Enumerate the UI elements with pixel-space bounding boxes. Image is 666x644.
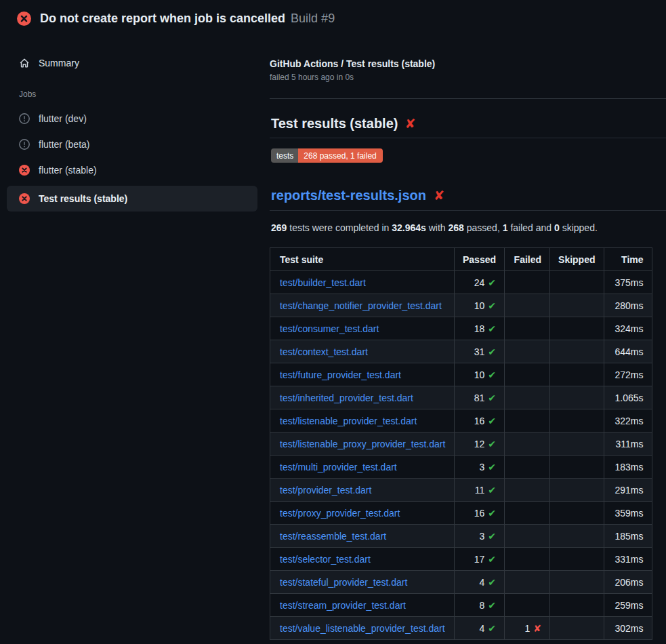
time-cell: 259ms	[604, 594, 652, 617]
skipped-cell	[550, 340, 604, 363]
check-icon: ✔	[488, 369, 496, 380]
count-value: 10	[474, 300, 485, 311]
skipped-cell	[550, 502, 604, 525]
test-suite-cell: test/value_listenable_provider_test.dart	[270, 617, 455, 640]
failed-cell	[505, 525, 550, 548]
check-icon: ✔	[488, 600, 496, 611]
workflow-run-title: Do not create report when job is cancell…	[40, 12, 285, 26]
skipped-cell	[550, 479, 604, 502]
count-value: 4	[480, 577, 485, 588]
test-suite-link[interactable]: test/provider_test.dart	[280, 485, 371, 496]
passed-cell: 3✔	[455, 525, 505, 548]
table-row: test/provider_test.dart11✔291ms	[270, 479, 652, 502]
count-value: 17	[474, 554, 485, 565]
sidebar-item-label: flutter (stable)	[39, 165, 97, 176]
col-header-skipped: Skipped	[550, 248, 604, 271]
test-suite-link[interactable]: test/value_listenable_provider_test.dart	[280, 623, 445, 634]
check-icon: ✔	[488, 300, 496, 311]
test-suite-link[interactable]: test/stateful_provider_test.dart	[280, 577, 407, 588]
failed-cell	[505, 571, 550, 594]
test-suite-link[interactable]: test/stream_provider_test.dart	[280, 600, 406, 611]
check-output-title-text: Test results (stable)	[271, 116, 398, 132]
sidebar-item-flutter-dev[interactable]: flutter (dev)	[7, 108, 257, 129]
skipped-cell	[550, 594, 604, 617]
count-value: 3	[480, 531, 485, 542]
cross-mark-icon: ✘	[404, 117, 415, 130]
sidebar-item-label: flutter (dev)	[39, 113, 87, 124]
stop-circle-icon	[19, 139, 30, 150]
test-suite-link[interactable]: test/change_notifier_provider_test.dart	[280, 300, 442, 311]
table-row: test/selector_test.dart17✔331ms	[270, 548, 652, 571]
report-file-heading: reports/test-results.json ✘	[270, 188, 666, 211]
test-suite-link[interactable]: test/selector_test.dart	[280, 554, 371, 565]
check-icon: ✔	[488, 508, 496, 519]
test-suite-link[interactable]: test/proxy_provider_test.dart	[280, 508, 400, 519]
test-suite-link[interactable]: test/builder_test.dart	[280, 277, 366, 288]
time-cell: 324ms	[604, 317, 652, 340]
skipped-cell	[550, 363, 604, 386]
table-row: test/context_test.dart31✔644ms	[270, 340, 652, 363]
table-header-row: Test suite Passed Failed Skipped Time	[270, 248, 652, 271]
test-suite-cell: test/proxy_provider_test.dart	[270, 502, 455, 525]
count-value: 31	[474, 346, 485, 357]
passed-cell: 31✔	[455, 340, 505, 363]
badge-value: 268 passed, 1 failed	[298, 148, 382, 163]
test-suite-link[interactable]: test/inherited_provider_test.dart	[280, 393, 413, 403]
jobs-list: flutter (dev)flutter (beta)flutter (stab…	[0, 108, 264, 212]
test-suite-cell: test/context_test.dart	[270, 340, 455, 363]
test-suite-cell: test/selector_test.dart	[270, 548, 455, 571]
passed-cell: 4✔	[455, 617, 505, 640]
skipped-cell	[550, 386, 604, 409]
skipped-cell	[550, 571, 604, 594]
run-header: Do not create report when job is cancell…	[0, 0, 666, 35]
table-row: test/multi_provider_test.dart3✔183ms	[270, 456, 652, 479]
table-row: test/change_notifier_provider_test.dart1…	[270, 294, 652, 317]
count-value: 18	[474, 323, 485, 334]
sidebar: Summary Jobs flutter (dev)flutter (beta)…	[0, 35, 264, 217]
check-run-breadcrumb: GitHub Actions / Test results (stable)	[270, 58, 666, 69]
count-value: 24	[474, 277, 485, 288]
test-suite-link[interactable]: test/listenable_provider_test.dart	[280, 416, 417, 426]
test-suite-link[interactable]: test/context_test.dart	[280, 346, 368, 357]
table-row: test/inherited_provider_test.dart81✔1.06…	[270, 386, 652, 409]
time-cell: 302ms	[604, 617, 652, 640]
summary-text: failed and	[508, 222, 555, 233]
skipped-cell	[550, 317, 604, 340]
skipped-cell	[550, 525, 604, 548]
x-circle-fill-icon	[17, 12, 31, 26]
check-icon: ✔	[488, 462, 496, 472]
test-suite-link[interactable]: test/multi_provider_test.dart	[280, 462, 397, 472]
test-summary-sentence: 269 tests were completed in 32.964s with…	[270, 222, 666, 233]
count-value: 81	[474, 393, 485, 403]
test-suite-link[interactable]: test/reassemble_test.dart	[280, 531, 386, 542]
count-value: 16	[474, 416, 485, 426]
time-cell: 291ms	[604, 479, 652, 502]
summary-text: tests were completed in	[287, 222, 392, 233]
count-value: 1	[525, 623, 530, 634]
table-row: test/builder_test.dart24✔375ms	[270, 271, 652, 294]
table-row: test/future_provider_test.dart10✔272ms	[270, 363, 652, 386]
passed-cell: 16✔	[455, 502, 505, 525]
test-suite-cell: test/future_provider_test.dart	[270, 363, 455, 386]
sidebar-item-summary[interactable]: Summary	[7, 53, 257, 73]
failed-cell	[505, 548, 550, 571]
count-value: 4	[480, 623, 485, 634]
check-icon: ✔	[488, 485, 496, 496]
failed-cell	[505, 479, 550, 502]
failed-cell: 1✘	[505, 617, 550, 640]
sidebar-item-flutter-stable[interactable]: flutter (stable)	[7, 160, 257, 180]
failed-cell	[505, 363, 550, 386]
passed-cell: 17✔	[455, 548, 505, 571]
check-icon: ✔	[488, 531, 496, 542]
time-cell: 280ms	[604, 294, 652, 317]
test-suite-link[interactable]: test/consumer_test.dart	[280, 323, 379, 334]
build-number: Build #9	[291, 12, 335, 26]
passed-cell: 18✔	[455, 317, 505, 340]
total-count: 269	[271, 222, 287, 233]
sidebar-item-flutter-beta[interactable]: flutter (beta)	[7, 134, 257, 155]
test-suite-link[interactable]: test/listenable_proxy_provider_test.dart	[280, 439, 445, 449]
col-header-passed: Passed	[455, 248, 505, 271]
test-suite-link[interactable]: test/future_provider_test.dart	[280, 369, 401, 380]
sidebar-item-test-results-stable[interactable]: Test results (stable)	[7, 186, 257, 212]
passed-cell: 12✔	[455, 432, 505, 456]
